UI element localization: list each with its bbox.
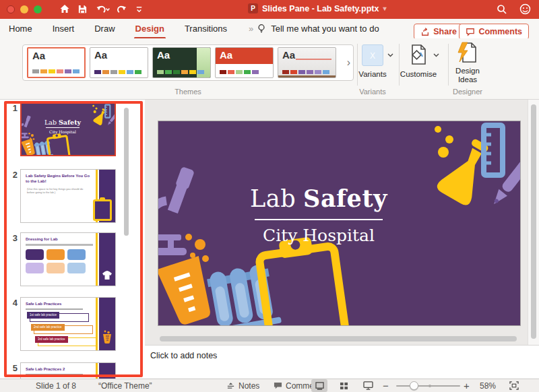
ribbon-separator [357,44,358,86]
titlebar-right [497,3,531,15]
notes-pane[interactable]: Click to add notes [145,345,539,379]
slide-thumbnail-1[interactable]: LabSafety City Hospital [20,102,116,156]
slide-thumbnail-2[interactable]: Lab Safety Begins Before You Go to the L… [20,169,116,223]
fit-to-window-icon [509,381,519,390]
titlebar: P Slides Pane - Lab Safety.pptx ▾ [0,0,539,19]
thumb5-textline [26,374,83,375]
share-label: Share [433,27,457,36]
horizontal-scrollbar[interactable] [160,336,517,341]
slide-title-part2: Safety [303,185,387,212]
save-icon[interactable] [77,4,88,14]
thumb2-clipboard [93,199,112,221]
thumb1-rule [46,127,80,128]
thumb3-swatch-grid [26,249,93,273]
variants-dropdown-icon[interactable] [387,53,393,57]
window-controls [7,5,42,13]
lightbulb-icon [257,24,266,34]
slide-counter: Slide 1 of 8 [36,379,76,392]
document-title-group[interactable]: P Slides Pane - Lab Safety.pptx ▾ [248,3,386,13]
theme-thumbnail-5[interactable]: Aa [278,47,336,78]
feedback-smiley-icon[interactable] [519,3,531,15]
quick-access-toolbar [59,3,144,14]
minimize-window-button[interactable] [20,5,28,13]
title-chevron-icon[interactable]: ▾ [383,5,386,12]
zoom-in-button[interactable]: + [464,379,470,392]
tab-home[interactable]: Home [9,24,32,34]
home-icon[interactable] [59,3,70,14]
theme-aa: Aa [282,49,295,61]
thumb1-title-part2: Safety [59,119,81,126]
slide-number: 4 [5,298,18,308]
theme-aa: Aa [94,49,107,61]
tab-insert[interactable]: Insert [53,24,75,34]
theme-thumbnail-3[interactable]: Aa [152,47,211,78]
thumb3-strip [99,233,115,286]
notes-toggle-label: Notes [239,381,259,391]
slide-number: 5 [5,363,18,373]
themes-gallery: Aa Aa Aa Aa Aa › [22,44,354,81]
theme-thumbnail-4[interactable]: Aa [215,47,274,78]
variants-group-label: Variants [350,88,395,96]
design-ideas-line1: Design [446,67,489,75]
slide-number: 3 [5,233,18,243]
notes-icon [226,381,235,390]
normal-view-button[interactable] [311,379,327,392]
zoom-out-button[interactable]: − [383,379,389,392]
beaker-icon [102,330,113,344]
tab-design[interactable]: Design [135,24,164,34]
theme-thumbnail-1[interactable]: Aa [27,47,86,78]
theme-name: “Office Theme” [98,379,152,392]
theme-thumbnail-2[interactable]: Aa [90,47,148,78]
comments-button[interactable]: Comments [459,24,529,40]
slide-title-part1: Lab [250,185,296,212]
powerpoint-app-icon: P [248,3,258,13]
vertical-scrollbar[interactable] [531,104,536,339]
design-ideas-label: Design Ideas [446,67,489,84]
thumb5-title: Safe Lab Practices 2 [26,367,90,372]
fit-slide-to-window-button[interactable] [509,379,519,392]
slide-sorter-icon [340,382,348,390]
more-tabs-icon[interactable]: » [249,24,252,34]
variants-button[interactable]: X [362,44,383,66]
slideshow-view-button[interactable] [360,379,376,392]
thumb2-title: Lab Safety Begins Before You Go to the L… [26,174,90,184]
zoom-window-button[interactable] [34,5,42,13]
themes-group-label: Themes [22,88,354,96]
theme-swatches [157,70,204,74]
tell-me-label: Tell me what you want to do [271,24,379,34]
slide-thumbnail-3[interactable]: Dressing for Lab [20,232,116,286]
share-button[interactable]: Share [414,24,464,40]
theme-aa: Aa [157,49,170,61]
slide-thumbnail-4[interactable]: Safe Lab Practices 1st safe lab practice… [20,297,116,351]
slide-canvas[interactable]: LabSafety City Hospital [158,121,520,325]
thumb4-title: Safe Lab Practices [26,302,90,307]
slideshow-icon [363,381,373,390]
content-area: 1 LabSafety City Hospital 2 Lab Safety B… [0,100,539,379]
theme-swatches [94,70,141,74]
zoom-slider-knob[interactable] [410,381,418,390]
customize-toolbar-icon[interactable] [135,4,144,14]
customise-icon[interactable] [408,44,429,67]
tab-transitions[interactable]: Transitions [185,24,227,34]
thumb4-strip [99,298,115,350]
slide-sorter-view-button[interactable] [336,379,352,392]
design-ideas-icon[interactable] [457,42,478,65]
search-icon[interactable] [497,4,507,15]
tab-draw[interactable]: Draw [94,24,115,34]
slides-pane-scrollbar[interactable] [124,108,129,236]
thumb4-item1: 1st safe lab practice [27,312,59,319]
close-window-button[interactable] [7,5,15,13]
customise-dropdown-icon[interactable] [433,53,439,57]
slide-thumbnail-5[interactable]: Safe Lab Practices 2 [20,362,116,379]
more-themes-button[interactable]: › [347,57,350,68]
slide-title-block[interactable]: LabSafety City Hospital [158,185,479,245]
thumb3-title: Dressing for Lab [26,237,90,242]
ribbon-separator [399,44,400,86]
slide-editor-area: LabSafety City Hospital [145,100,539,345]
tell-me-box[interactable]: » Tell me what you want to do [249,24,379,34]
undo-icon[interactable] [95,4,110,14]
slide-title-rule [255,219,383,220]
zoom-percentage[interactable]: 58% [480,379,496,392]
notes-toggle[interactable]: Notes [226,379,259,392]
redo-icon[interactable] [117,4,127,14]
